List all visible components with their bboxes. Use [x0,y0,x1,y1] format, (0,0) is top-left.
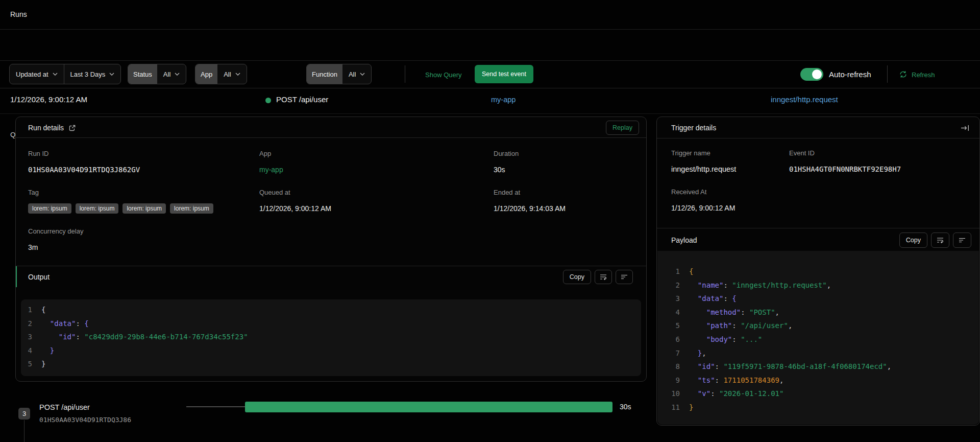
code-token: , [779,374,783,387]
code-line: 6 "body": "..." [665,333,979,346]
line-number: 5 [665,319,680,333]
queued-at-cell: 1/12/2026, 9:00:12 AM [10,95,87,104]
format-icon-button[interactable] [616,270,633,284]
code-token: 1711051784369 [723,374,779,387]
line-number: 10 [665,387,680,401]
copy-output-button[interactable]: Copy [563,270,591,284]
code-line: 4 } [27,344,641,358]
event-id-label: Event ID [789,149,815,157]
ended-at-label: Ended at [494,189,520,196]
code-token [689,333,706,346]
code-token: "method" [706,306,741,319]
payload-section-header: Payload Copy [657,228,979,251]
collapse-panel-icon[interactable] [961,125,969,131]
trigger-link[interactable]: inngest/http.request [771,95,838,104]
code-token [689,306,706,319]
external-link-icon[interactable] [68,124,76,132]
output-section-header: Output Copy [16,266,646,287]
code-token: : [723,278,732,292]
code-token: "POST" [749,306,775,319]
ended-at-value: 1/12/2026, 9:14:03 AM [494,204,566,213]
trigger-name-value: inngest/http.request [671,165,736,173]
timeline-lead-line [186,406,245,407]
tag-badge: lorem: ipsum [122,203,166,214]
code-token: "c8429dd9-29b8-44e6-b714-767d34c55f23" [84,330,248,344]
tag-badge: lorem: ipsum [76,203,119,214]
code-line: 11} [665,401,979,414]
run-table-row[interactable]: 1/12/2026, 9:00:12 AM POST /api/user my-… [0,88,980,114]
step-count-badge: 3 [18,408,30,420]
app-link[interactable]: my-app [491,96,516,104]
output-title: Output [28,273,50,281]
code-line: 1{ [27,303,641,317]
run-details-title: Run details [28,124,64,132]
event-id-value: 01HSHA4GT0FN0NRBKTF92E98H7 [789,165,901,173]
code-token: "/api/user" [741,319,788,333]
code-token: } [698,346,702,360]
line-number: 3 [665,292,680,306]
code-line: 2 "data": { [27,317,641,331]
trigger-details-panel: Trigger details Trigger name inngest/htt… [656,117,980,426]
line-number: 11 [665,401,680,414]
format-icon-button[interactable] [953,232,971,248]
trigger-details-title: Trigger details [671,124,716,132]
code-token [689,346,698,360]
code-token: : [715,374,724,387]
runs-page: Runs Updated at Last 3 Days Status All A… [0,0,980,442]
code-line: 8 "id": "119f5971-9878-46bd-a18f-4f06801… [665,360,979,374]
wrap-text-icon-button[interactable] [595,270,612,284]
table-header-row: Queued at Function App Trigger [0,61,980,88]
line-number: 2 [27,317,32,331]
code-line: 9 "ts": 1711051784369, [665,374,979,387]
code-token [689,360,698,374]
code-token: } [689,401,693,414]
run-details-header: Run details Replay [16,117,646,138]
code-token: "ts" [698,374,715,387]
replay-button[interactable]: Replay [606,121,639,135]
code-token: { [689,265,693,278]
timeline-duration-label: 30s [620,403,631,411]
code-line: 3 "id": "c8429dd9-29b8-44e6-b714-767d34c… [27,330,641,344]
function-cell: POST /api/user [276,95,328,104]
code-token: { [41,303,45,317]
concurrency-delay-label: Concurrency delay [28,227,83,235]
code-line: 10 "v": "2026-01-12.01" [665,387,979,401]
timeline-duration-bar[interactable] [245,402,612,412]
payload-title: Payload [671,236,697,244]
code-line: 2 "name": "inngest/http.request", [665,278,979,292]
code-token: { [84,317,88,331]
code-token: , [887,360,891,374]
code-token: "2026-01-12.01" [719,387,783,401]
code-token [689,292,698,306]
code-token: "path" [706,319,732,333]
line-number: 9 [665,374,680,387]
code-token: , [788,319,792,333]
code-token: : [732,333,741,346]
code-token: "inngest/http.request" [732,278,826,292]
duration-label: Duration [494,150,519,157]
run-id-value: 01HS0AA03V04D91RTDQ3J862GV [28,166,140,174]
code-token: "..." [741,333,762,346]
timeline-run-id: 01HS0AA03V04D91RTDQ3J86 [39,416,131,424]
line-number: 7 [665,346,680,360]
line-number: 4 [665,306,680,319]
concurrency-delay-value: 3m [28,243,38,251]
received-at-value: 1/12/26, 9:00:12 AM [671,204,735,212]
code-token [689,319,706,333]
app-value-link[interactable]: my-app [259,166,283,174]
received-at-label: Received At [671,188,706,196]
code-token [41,317,50,331]
tag-label: Tag [28,189,39,196]
code-token: : [76,330,84,344]
code-token: , [775,306,779,319]
wrap-text-icon-button[interactable] [931,232,949,248]
page-title: Runs [10,10,27,18]
status-dot-icon [265,98,271,103]
line-number: 6 [665,333,680,346]
code-token [41,344,50,358]
code-line: 1{ [665,265,979,278]
code-line: 7 }, [665,346,979,360]
code-token: "id" [698,360,715,374]
timeline-function-name[interactable]: POST /api/user [39,403,90,411]
copy-payload-button[interactable]: Copy [899,232,927,248]
